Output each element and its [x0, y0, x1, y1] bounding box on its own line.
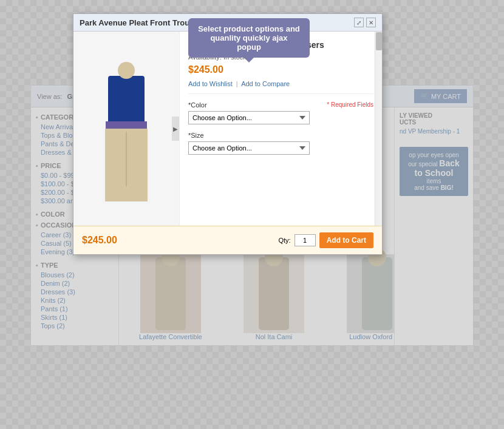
dress-figure — [96, 62, 157, 195]
modal-details: Park Avenue Pleat Front Trousers Availab… — [180, 32, 382, 226]
tooltip-text: Select product options and quanlity quic… — [198, 24, 300, 52]
product-price: $245.00 — [188, 64, 373, 75]
wishlist-compare: Add to Wishlist | Add to Compare — [188, 80, 373, 94]
size-field-group: *Size Choose an Option... — [188, 132, 373, 155]
color-field-label: *Color * Required Fields — [188, 101, 373, 109]
required-fields-text: * Required Fields — [327, 101, 373, 109]
modal-controls: ⤢ ✕ — [354, 18, 376, 27]
add-to-compare-link[interactable]: Add to Compare — [241, 80, 290, 87]
qty-section: Qty: Add to Cart — [279, 232, 374, 248]
modal-resize-button[interactable]: ⤢ — [354, 18, 364, 27]
size-field-label: *Size — [188, 132, 373, 139]
size-label-text: *Size — [188, 132, 204, 139]
size-select[interactable]: Choose an Option... — [188, 141, 310, 155]
color-label-text: *Color — [188, 101, 207, 109]
modal-scroll-right[interactable]: ▶ — [172, 117, 179, 141]
tooltip-bubble: Select product options and quanlity quic… — [188, 18, 310, 58]
qty-label: Qty: — [279, 237, 291, 244]
modal-body: ▶ Park Avenue Pleat Front Trousers Avail… — [73, 32, 382, 226]
modal-scroll-indicator — [375, 32, 382, 226]
color-field-group: *Color * Required Fields Choose an Optio… — [188, 101, 373, 124]
modal-scroll-thumb — [376, 32, 382, 50]
modal-title: Park Avenue Pleat Front Trousers — [80, 18, 206, 27]
color-select[interactable]: Choose an Option... — [188, 111, 310, 124]
add-to-wishlist-link[interactable]: Add to Wishlist — [188, 80, 233, 87]
add-to-cart-button[interactable]: Add to Cart — [319, 232, 373, 248]
modal-footer: $245.00 Qty: Add to Cart — [73, 226, 382, 254]
modal-product-image: ▶ — [73, 32, 180, 226]
qty-input[interactable] — [295, 234, 316, 246]
modal-overlay[interactable]: Park Avenue Pleat Front Trousers ⤢ ✕ — [0, 0, 504, 429]
footer-price: $245.00 — [82, 235, 117, 246]
separator: | — [236, 80, 238, 87]
modal-close-button[interactable]: ✕ — [366, 18, 376, 27]
